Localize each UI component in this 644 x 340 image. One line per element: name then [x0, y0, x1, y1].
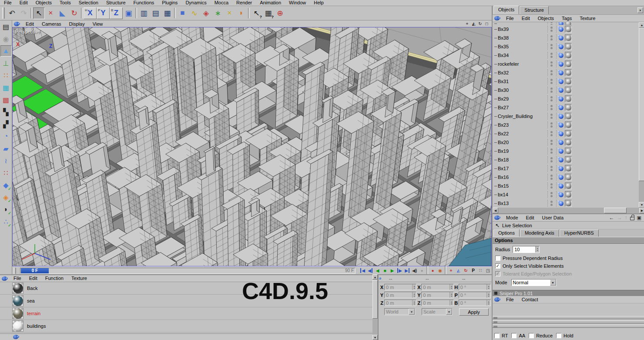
checkbox[interactable]: ✓: [529, 333, 534, 338]
checkbox[interactable]: ✓: [495, 271, 500, 276]
attribute-menu-item[interactable]: User Data: [538, 215, 568, 221]
texture-tag-icon[interactable]: [565, 148, 572, 155]
phong-tag-icon[interactable]: [559, 175, 564, 180]
scroll-down-icon[interactable]: ▼: [639, 202, 644, 208]
separator[interactable]: [135, 8, 137, 18]
visibility-dots-icon[interactable]: [547, 148, 555, 155]
object-name[interactable]: Bx15: [497, 183, 539, 189]
viewport-menu-item[interactable]: Cameras: [38, 21, 65, 27]
collapse-icon[interactable]: [494, 292, 497, 295]
edge-mode-icon[interactable]: ▦: [0, 82, 12, 93]
viewport-label[interactable]: Perspective: [15, 29, 40, 34]
spinner-icon[interactable]: ▲▼: [486, 292, 490, 298]
phong-tag-icon[interactable]: [559, 71, 564, 75]
object-name[interactable]: Bx35: [497, 44, 539, 49]
visibility-dots-icon[interactable]: [547, 87, 555, 94]
goto-start-icon[interactable]: ◀: [359, 267, 366, 274]
visibility-dots-icon[interactable]: [547, 78, 555, 85]
phong-tag-icon[interactable]: [559, 149, 564, 154]
attribute-menu-item[interactable]: Edit: [522, 215, 538, 221]
phong-tag-icon[interactable]: [559, 158, 564, 162]
scroll-thumb[interactable]: [604, 208, 627, 213]
material-menu-item[interactable]: Function: [41, 275, 67, 282]
play-backward-icon[interactable]: ◀: [374, 267, 381, 274]
panel-tab[interactable]: Structure: [520, 6, 549, 14]
menu-item[interactable]: Edit: [16, 0, 32, 6]
object-row[interactable]: Bx35: [493, 42, 639, 51]
phong-tag-icon[interactable]: [559, 166, 564, 171]
move-icon[interactable]: ×: [45, 7, 57, 19]
scroll-up-icon[interactable]: ▲: [639, 22, 644, 28]
visibility-dots-icon[interactable]: [547, 26, 555, 33]
phong-tag-icon[interactable]: [559, 88, 564, 93]
object-name[interactable]: Bx23: [497, 122, 539, 128]
help-pointer-icon[interactable]: ↖?: [251, 7, 262, 19]
record-parameter-icon[interactable]: P: [470, 267, 477, 274]
object-row[interactable]: bx14: [493, 190, 639, 199]
object-menu-item[interactable]: File: [502, 15, 518, 22]
texture-tag-icon[interactable]: [565, 78, 572, 85]
timeline-track[interactable]: 0 F 90 F: [20, 268, 356, 274]
viewport-canvas[interactable]: Perspective X Z: [12, 27, 492, 266]
sound-icon[interactable]: ◀): [411, 267, 418, 274]
step-forward-icon[interactable]: ▶: [396, 267, 403, 274]
object-row[interactable]: Bx39: [493, 25, 639, 34]
menu-item[interactable]: Objects: [32, 0, 56, 6]
scroll-left-icon[interactable]: ◀: [493, 208, 498, 213]
spinner-icon[interactable]: ▲▼: [486, 284, 490, 290]
model-mode-icon[interactable]: ◉: [0, 33, 12, 44]
add-symmetry-icon[interactable]: ×: [224, 7, 235, 19]
maximize-view-icon[interactable]: □: [483, 21, 490, 27]
texture-tag-icon[interactable]: [565, 130, 572, 137]
back-icon[interactable]: ←: [609, 215, 614, 221]
make-editable-icon[interactable]: ▤: [0, 21, 12, 32]
material-thumbnail[interactable]: [12, 320, 23, 332]
object-name[interactable]: Bx31: [497, 79, 539, 84]
spinner-icon[interactable]: ▲▼: [412, 284, 416, 290]
rotation-field[interactable]: 0 °▲▼: [459, 292, 491, 298]
panel-layout-icon[interactable]: ▣: [637, 215, 641, 221]
rotation-field[interactable]: 0 °▲▼: [459, 300, 491, 306]
add-deformer-icon[interactable]: ◗: [235, 7, 247, 19]
phong-tag-icon[interactable]: [559, 123, 564, 128]
close-icon[interactable]: ×: [637, 7, 643, 13]
panel-tab[interactable]: Objects: [493, 6, 519, 14]
size-mode-dropdown[interactable]: Scale▼: [422, 308, 453, 315]
viewport-menu-item[interactable]: Display: [65, 21, 89, 27]
size-field[interactable]: 0 m▲▼: [421, 292, 453, 298]
material-menu-item[interactable]: Edit: [25, 275, 41, 282]
polygon-mode-icon[interactable]: ▩: [0, 94, 12, 105]
phong-tag-icon[interactable]: [559, 131, 564, 136]
visibility-dots-icon[interactable]: [547, 52, 555, 59]
collapsed-panel[interactable]: [493, 320, 644, 323]
separator[interactable]: [30, 8, 32, 18]
add-hypernurbs-icon[interactable]: ◈: [200, 7, 212, 19]
menu-item[interactable]: Tools: [56, 0, 75, 6]
attribute-tab[interactable]: HyperNURBS: [560, 229, 599, 237]
texture-tag-icon[interactable]: [565, 104, 572, 111]
scroll-track[interactable]: [372, 279, 378, 335]
radius-input[interactable]: 10▲▼: [513, 246, 540, 253]
dropdown-arrow-icon[interactable]: ▼: [409, 309, 415, 315]
tweak-mode-icon[interactable]: ▰: [0, 143, 12, 154]
position-field[interactable]: 0 m▲▼: [384, 300, 416, 306]
record-position-icon[interactable]: +: [447, 267, 455, 274]
object-name[interactable]: Bx18: [497, 157, 539, 162]
texture-tag-icon[interactable]: [565, 139, 572, 146]
record-scale-icon[interactable]: ◭: [455, 267, 462, 274]
object-row[interactable]: rockefeler: [493, 60, 639, 68]
enable-generators-icon[interactable]: ◆✓: [0, 179, 12, 191]
collapsed-panel[interactable]: [493, 325, 644, 328]
object-name[interactable]: Bx39: [497, 27, 539, 32]
coordinate-system-icon[interactable]: ▣: [123, 7, 134, 19]
object-row[interactable]: Bx19: [493, 147, 639, 155]
add-spline-icon[interactable]: ∿: [188, 7, 200, 19]
add-primitive-icon[interactable]: ■: [177, 7, 188, 19]
timeline-current-frame[interactable]: 0 F: [21, 268, 49, 273]
material-thumbnail[interactable]: [12, 283, 23, 294]
help-window-icon[interactable]: ▦?: [262, 7, 274, 19]
object-menu-item[interactable]: Objects: [534, 15, 558, 22]
attribute-menu-item[interactable]: Mode: [502, 215, 522, 221]
object-row[interactable]: Bx30: [493, 86, 639, 94]
menu-item[interactable]: Window: [285, 0, 310, 6]
